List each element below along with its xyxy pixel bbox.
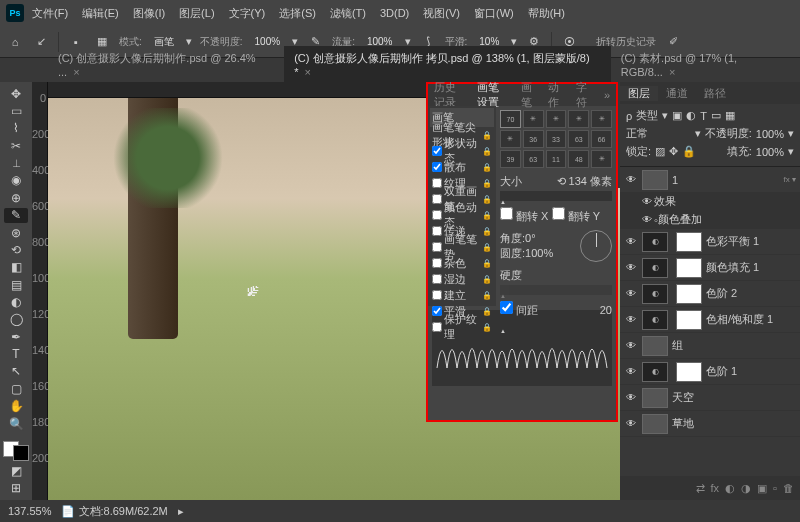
layer-row[interactable]: 👁草地 bbox=[620, 411, 800, 437]
layer-name[interactable]: 色彩平衡 1 bbox=[706, 234, 796, 249]
spacing-checkbox[interactable]: 间距 bbox=[500, 301, 538, 318]
filter-adjust-icon[interactable]: ◐ bbox=[686, 109, 696, 122]
menu-view[interactable]: 视图(V) bbox=[417, 6, 466, 21]
filter-shape-icon[interactable]: ▭ bbox=[711, 109, 721, 122]
tab-paths[interactable]: 路径 bbox=[696, 86, 734, 101]
brush-tip-thumb[interactable]: 36 bbox=[523, 130, 544, 148]
panel-menu-icon[interactable]: » bbox=[598, 89, 616, 101]
layer-name[interactable]: 颜色叠加 bbox=[658, 212, 796, 227]
brush-size-slider[interactable] bbox=[500, 191, 612, 201]
screen-mode-icon[interactable]: ⊞ bbox=[4, 481, 28, 496]
layer-mask-thumbnail[interactable] bbox=[676, 284, 702, 304]
spacing-value[interactable]: 20 bbox=[600, 304, 612, 316]
group-icon[interactable]: ▣ bbox=[757, 482, 767, 495]
layer-thumbnail[interactable] bbox=[642, 336, 668, 356]
brush-tip-thumb[interactable]: 48 bbox=[568, 150, 589, 168]
flip-y-checkbox[interactable]: 翻转 Y bbox=[552, 210, 600, 222]
dropdown-icon[interactable]: ▾ bbox=[788, 145, 794, 158]
menu-image[interactable]: 图像(I) bbox=[127, 6, 171, 21]
filter-pixel-icon[interactable]: ▣ bbox=[672, 109, 682, 122]
brush-option-row[interactable]: 杂色🔒 bbox=[430, 255, 494, 271]
layer-name[interactable]: 效果 bbox=[654, 194, 796, 209]
gradient-tool[interactable]: ▤ bbox=[4, 277, 28, 292]
brush-option-row[interactable]: 画笔笔势🔒 bbox=[430, 239, 494, 255]
menu-filter[interactable]: 滤镜(T) bbox=[324, 6, 372, 21]
tab-channels[interactable]: 通道 bbox=[658, 86, 696, 101]
doc-tab[interactable]: (C) 素材.psd @ 17% (1, RGB/8...× bbox=[611, 46, 800, 82]
dropdown-icon[interactable]: ▾ bbox=[788, 127, 794, 140]
close-icon[interactable]: × bbox=[669, 66, 675, 78]
brush-tip-thumb[interactable]: 63 bbox=[568, 130, 589, 148]
quick-mask-icon[interactable]: ◩ bbox=[4, 463, 28, 478]
brush-tip-thumb[interactable]: 33 bbox=[546, 130, 567, 148]
roundness-value[interactable]: 100% bbox=[525, 247, 553, 259]
layer-name[interactable]: 色阶 2 bbox=[706, 286, 796, 301]
menu-type[interactable]: 文字(Y) bbox=[223, 6, 272, 21]
filter-type-icon[interactable]: T bbox=[700, 110, 707, 122]
layer-name[interactable]: 组 bbox=[672, 338, 796, 353]
quick-select-tool[interactable]: ✂ bbox=[4, 138, 28, 153]
brush-tip-thumb[interactable]: 11 bbox=[546, 150, 567, 168]
lock-pixels-icon[interactable]: ▨ bbox=[655, 145, 665, 158]
home-icon[interactable]: ⌂ bbox=[6, 33, 24, 51]
hardness-slider[interactable] bbox=[500, 285, 612, 295]
menu-window[interactable]: 窗口(W) bbox=[468, 6, 520, 21]
brush-tip-thumb[interactable]: ✳ bbox=[591, 110, 612, 128]
doc-tab[interactable]: (C) 创意摄影人像后期制作 拷贝.psd @ 138% (1, 图层蒙版/8)… bbox=[284, 46, 611, 82]
brush-size-value[interactable]: 134 像素 bbox=[569, 175, 612, 187]
blur-tool[interactable]: ◐ bbox=[4, 294, 28, 309]
layer-row[interactable]: 👁◐颜色填充 1 bbox=[620, 255, 800, 281]
crop-tool[interactable]: ⟂ bbox=[4, 155, 28, 170]
brush-option-row[interactable]: 颜色动态🔒 bbox=[430, 207, 494, 223]
adjustment-layer-icon[interactable]: ◑ bbox=[741, 482, 751, 495]
menu-select[interactable]: 选择(S) bbox=[273, 6, 322, 21]
angle-dial[interactable] bbox=[580, 230, 612, 262]
layer-row[interactable]: 👁组 bbox=[620, 333, 800, 359]
trash-icon[interactable]: 🗑 bbox=[783, 482, 794, 494]
dropdown-icon[interactable]: ▾ bbox=[662, 109, 668, 122]
dodge-tool[interactable]: ◯ bbox=[4, 312, 28, 327]
visibility-icon[interactable]: 👁 bbox=[624, 366, 638, 377]
dropdown-icon[interactable]: ▾ bbox=[695, 127, 701, 140]
zoom-value[interactable]: 137.55% bbox=[8, 505, 51, 517]
visibility-icon[interactable]: 👁 bbox=[624, 288, 638, 299]
eraser-tool[interactable]: ◧ bbox=[4, 260, 28, 275]
doc-info[interactable]: 📄 文档:8.69M/62.2M bbox=[61, 504, 167, 519]
lock-all-icon[interactable]: 🔒 bbox=[682, 145, 696, 158]
layer-row[interactable]: 👁◐色彩平衡 1 bbox=[620, 229, 800, 255]
hand-tool[interactable]: ✋ bbox=[4, 398, 28, 413]
reset-size-icon[interactable]: ⟲ bbox=[557, 175, 566, 187]
visibility-icon[interactable]: 👁 bbox=[640, 196, 654, 207]
layer-thumbnail[interactable]: ◐ bbox=[642, 284, 668, 304]
menu-help[interactable]: 帮助(H) bbox=[522, 6, 571, 21]
layer-mask-icon[interactable]: ◐ bbox=[725, 482, 735, 495]
zoom-tool[interactable]: 🔍 bbox=[4, 416, 28, 431]
brush-tip-thumb[interactable]: ✳ bbox=[500, 130, 521, 148]
eyedropper-tool[interactable]: ◉ bbox=[4, 173, 28, 188]
layer-mask-thumbnail[interactable] bbox=[676, 258, 702, 278]
brush-tool[interactable]: ✎ bbox=[4, 208, 28, 223]
layer-row[interactable]: 👁1fx ▾ bbox=[620, 167, 800, 193]
close-icon[interactable]: × bbox=[304, 66, 310, 78]
menu-edit[interactable]: 编辑(E) bbox=[76, 6, 125, 21]
brush-tip-thumb[interactable]: 63 bbox=[523, 150, 544, 168]
healing-tool[interactable]: ⊕ bbox=[4, 190, 28, 205]
layer-thumbnail[interactable] bbox=[642, 170, 668, 190]
menu-file[interactable]: 文件(F) bbox=[26, 6, 74, 21]
angle-value[interactable]: 0° bbox=[525, 232, 536, 244]
visibility-icon[interactable]: 👁 bbox=[624, 314, 638, 325]
layer-row[interactable]: 👁效果 bbox=[620, 193, 800, 211]
visibility-icon[interactable]: 👁 bbox=[624, 236, 638, 247]
history-brush-tool[interactable]: ⟲ bbox=[4, 242, 28, 257]
brush-tip-thumb[interactable]: 66 bbox=[591, 130, 612, 148]
layer-mask-thumbnail[interactable] bbox=[676, 362, 702, 382]
visibility-icon[interactable]: 👁 bbox=[624, 174, 638, 185]
filter-smart-icon[interactable]: ▦ bbox=[725, 109, 735, 122]
layer-thumbnail[interactable] bbox=[642, 414, 668, 434]
layer-mask-thumbnail[interactable] bbox=[676, 310, 702, 330]
fx-badge[interactable]: fx ▾ bbox=[784, 175, 796, 184]
layer-fx-icon[interactable]: fx bbox=[711, 482, 720, 494]
layer-row[interactable]: 👁◦ 颜色叠加 bbox=[620, 211, 800, 229]
flip-x-checkbox[interactable]: 翻转 X bbox=[500, 210, 548, 222]
layer-row[interactable]: 👁◐色阶 2 bbox=[620, 281, 800, 307]
